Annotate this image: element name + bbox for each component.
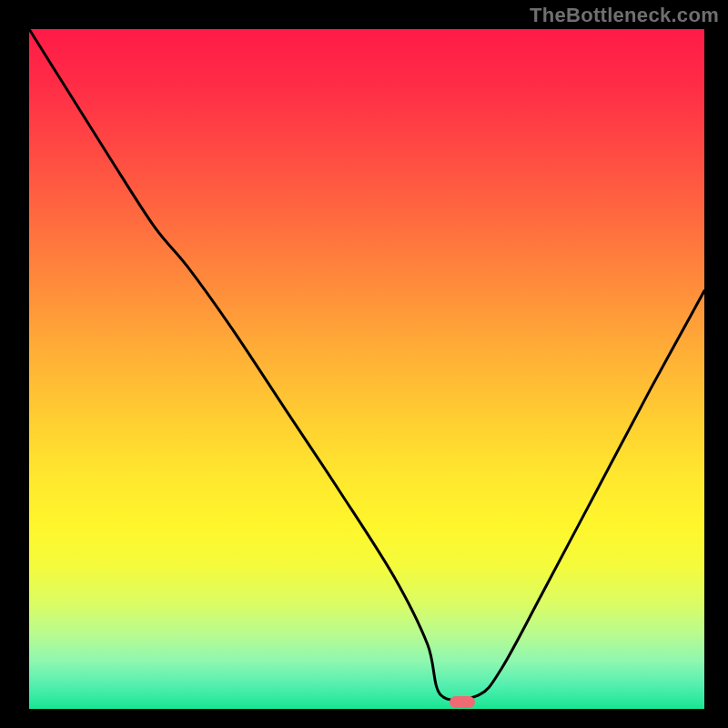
plot-area [29, 29, 704, 709]
optimal-marker [450, 696, 475, 708]
chart-container: { "watermark": "TheBottleneck.com", "plo… [0, 0, 728, 728]
bottleneck-curve [29, 29, 704, 709]
watermark-text: TheBottleneck.com [530, 4, 719, 27]
